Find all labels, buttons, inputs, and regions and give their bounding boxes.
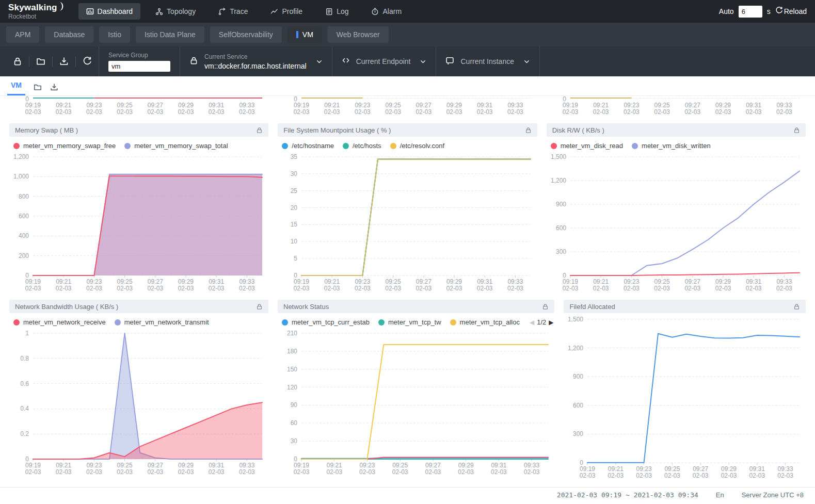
panel-lock-icon[interactable] bbox=[542, 303, 549, 310]
folder-button[interactable] bbox=[29, 57, 52, 66]
svg-text:09:21: 09:21 bbox=[56, 278, 71, 285]
auto-interval-input[interactable] bbox=[739, 6, 762, 18]
legend-item[interactable]: meter_vm_disk_written bbox=[632, 142, 711, 150]
svg-text:1,500: 1,500 bbox=[568, 316, 583, 323]
svg-text:09:21: 09:21 bbox=[56, 102, 71, 109]
legend-item[interactable]: meter_vm_tcp_tw bbox=[378, 318, 441, 326]
legend-item[interactable]: /etc/hostname bbox=[282, 142, 334, 150]
current-service-select[interactable]: Current Service vm::docker.for.mac.host.… bbox=[180, 53, 332, 70]
chart-filefd-allocated[interactable]: 1,5001,200900600300009:1902-0309:2102-03… bbox=[564, 313, 806, 482]
refresh-button[interactable] bbox=[76, 57, 99, 66]
panel-lock-icon[interactable] bbox=[256, 303, 263, 310]
dashboard-tabs: APMDatabaseIstioIstio Data PlaneSelfObse… bbox=[0, 23, 815, 46]
svg-text:09:31: 09:31 bbox=[477, 278, 493, 285]
svg-text:09:19: 09:19 bbox=[294, 102, 309, 109]
lock-button[interactable] bbox=[6, 57, 29, 66]
nav-item-topology[interactable]: Topology bbox=[148, 3, 203, 20]
nav-item-trace[interactable]: Trace bbox=[211, 3, 255, 20]
svg-text:02-03: 02-03 bbox=[86, 108, 102, 116]
chart-cutoff-right[interactable]: 009:1902-0309:2102-0309:2302-0309:2502-0… bbox=[547, 96, 806, 121]
legend-next-icon[interactable]: ▶ bbox=[549, 319, 553, 326]
folder-icon[interactable] bbox=[34, 83, 42, 91]
chart-disk-rw[interactable]: 1,5001,200900600300009:1902-0309:2102-03… bbox=[547, 151, 806, 295]
panel-title: Network Bandwidth Usage ( KB/s ) bbox=[15, 303, 118, 311]
panel-fs-mountpoint-usage: File System Mountpoint Usage ( % )/etc/h… bbox=[278, 123, 537, 295]
svg-text:02-03: 02-03 bbox=[209, 468, 225, 476]
panel-cutoff-right: 009:1902-0309:2102-0309:2302-0309:2502-0… bbox=[547, 96, 806, 121]
legend-item[interactable]: /etc/hosts bbox=[343, 142, 381, 150]
service-group-input[interactable] bbox=[108, 61, 170, 72]
dashboard-tab-apm[interactable]: APM bbox=[6, 26, 39, 43]
panel-header: Memory Swap ( MB ) bbox=[9, 123, 268, 137]
reload-button[interactable]: Reload bbox=[775, 7, 807, 16]
legend-item[interactable]: meter_vm_disk_read bbox=[551, 142, 623, 150]
svg-text:09:27: 09:27 bbox=[684, 278, 700, 285]
legend-item[interactable]: meter_vm_network_transmit bbox=[115, 318, 209, 326]
app-logo[interactable]: Skywalking Rocketbot bbox=[8, 3, 65, 20]
svg-text:02-03: 02-03 bbox=[425, 468, 441, 476]
legend-item[interactable]: /etc/resolv.conf bbox=[390, 142, 444, 150]
dashboard-tab-label: APM bbox=[15, 30, 30, 39]
current-endpoint-select[interactable]: Current Endpoint bbox=[332, 56, 436, 67]
svg-text:25: 25 bbox=[291, 187, 298, 194]
svg-text:09:21: 09:21 bbox=[593, 278, 609, 285]
legend-prev-icon[interactable]: ◀ bbox=[530, 319, 534, 326]
server-zone[interactable]: Server Zone UTC +8 bbox=[742, 491, 804, 499]
svg-text:09:19: 09:19 bbox=[563, 102, 578, 109]
nav-item-log[interactable]: Log bbox=[317, 3, 356, 20]
legend-label: meter_vm_memory_swap_total bbox=[134, 142, 228, 150]
divider bbox=[539, 46, 540, 76]
chart-fs-mountpoint-usage[interactable]: 3530252015105009:1902-0309:2102-0309:230… bbox=[278, 151, 537, 295]
svg-text:02-03: 02-03 bbox=[593, 108, 609, 116]
legend-dot-icon bbox=[13, 319, 20, 326]
legend-item[interactable]: meter_vm_network_receive bbox=[13, 318, 106, 326]
svg-text:09:33: 09:33 bbox=[776, 102, 792, 109]
current-instance-select[interactable]: Current Instance bbox=[436, 56, 539, 67]
nav-item-dashboard[interactable]: Dashboard bbox=[78, 3, 141, 20]
nav-item-alarm[interactable]: Alarm bbox=[363, 3, 409, 20]
panel-lock-icon[interactable] bbox=[525, 127, 532, 134]
nav-item-profile[interactable]: Profile bbox=[263, 3, 310, 20]
legend-item[interactable]: meter_vm_memory_swap_total bbox=[124, 142, 228, 150]
chart-cutoff-left[interactable]: 009:1902-0309:2102-0309:2302-0309:2502-0… bbox=[9, 96, 268, 121]
svg-text:02-03: 02-03 bbox=[491, 468, 507, 476]
panel-lock-icon[interactable] bbox=[793, 127, 800, 134]
legend-item[interactable]: meter_vm_memory_swap_free bbox=[13, 142, 116, 150]
legend-item[interactable]: meter_vm_tcp_curr_estab bbox=[282, 318, 370, 326]
legend-item[interactable]: meter_vm_tcp_alloc bbox=[450, 318, 520, 326]
svg-text:09:21: 09:21 bbox=[608, 465, 624, 473]
svg-text:09:31: 09:31 bbox=[209, 102, 224, 109]
dashboard-tab-vm[interactable]: VM bbox=[287, 26, 322, 43]
monitor-icon bbox=[445, 56, 454, 67]
svg-text:1,000: 1,000 bbox=[13, 173, 29, 180]
panel-lock-icon[interactable] bbox=[256, 127, 263, 134]
chart-cutoff-middle[interactable]: 009:1902-0309:2102-0309:2302-0309:2502-0… bbox=[278, 96, 537, 121]
chart-network-bandwidth[interactable]: 10.80.60.40.2009:1902-0309:2102-0309:230… bbox=[9, 327, 268, 479]
dashboard-tab-istio-data-plane[interactable]: Istio Data Plane bbox=[136, 26, 204, 43]
import-button[interactable] bbox=[53, 57, 75, 66]
svg-text:02-03: 02-03 bbox=[446, 285, 462, 292]
svg-text:0.6: 0.6 bbox=[20, 380, 29, 387]
import-icon[interactable] bbox=[50, 83, 58, 91]
time-range[interactable]: 2021-02-03 09:19 ~ 2021-02-03 09:34 bbox=[557, 491, 698, 499]
legend-dot-icon bbox=[124, 143, 131, 149]
svg-text:09:23: 09:23 bbox=[86, 278, 102, 285]
dashboard-tab-istio[interactable]: Istio bbox=[99, 26, 130, 43]
svg-text:1,200: 1,200 bbox=[568, 345, 583, 352]
language-toggle[interactable]: En bbox=[716, 491, 724, 499]
svg-text:02-03: 02-03 bbox=[458, 468, 474, 476]
dashboard-tab-selfobservability[interactable]: SelfObservability bbox=[210, 26, 282, 43]
tab-vm[interactable]: VM bbox=[7, 76, 25, 95]
trace-icon bbox=[218, 8, 226, 15]
panel-lock-icon[interactable] bbox=[793, 303, 800, 310]
svg-text:02-03: 02-03 bbox=[117, 468, 133, 476]
svg-text:02-03: 02-03 bbox=[117, 285, 133, 292]
dashboard-tab-database[interactable]: Database bbox=[45, 26, 93, 43]
dashboard-tab-label: SelfObservability bbox=[219, 30, 273, 39]
dashboard-tab-web-browser[interactable]: Web Browser bbox=[328, 26, 389, 43]
svg-text:09:23: 09:23 bbox=[355, 102, 371, 109]
chart-network-status[interactable]: 210180150120906030009:1902-0309:2102-030… bbox=[278, 327, 554, 479]
chart-memory-swap[interactable]: 1,2001,000800600400200009:1902-0309:2102… bbox=[9, 151, 268, 295]
svg-text:09:19: 09:19 bbox=[25, 102, 41, 109]
svg-text:02-03: 02-03 bbox=[178, 468, 194, 476]
